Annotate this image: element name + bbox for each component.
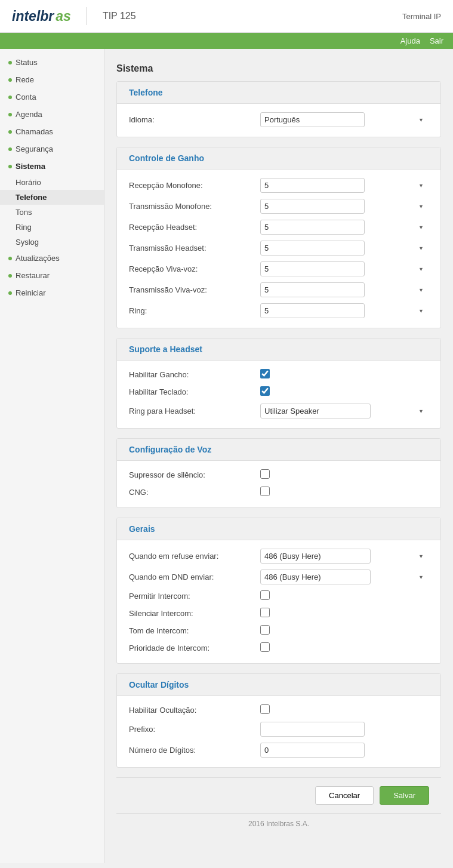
dot-icon (8, 130, 12, 134)
recepcao-vivavoz-row: Recepção Viva-voz: 5 (129, 261, 429, 276)
habilitar-ocultacao-row: Habilitar Ocultação: (129, 704, 429, 716)
controle-ganho-header: Controle de Ganho (117, 147, 440, 170)
sidebar-sub-syslog[interactable]: Syslog (0, 235, 104, 250)
logout-link[interactable]: Sair (430, 36, 443, 45)
prioridade-checkbox[interactable] (260, 642, 270, 652)
recepcao-vivavoz-label: Recepção Viva-voz: (129, 264, 260, 273)
suporte-headset-card: Suporte a Headset Habilitar Gancho: Habi… (116, 338, 441, 429)
supressor-checkbox[interactable] (260, 469, 270, 479)
ring-select[interactable]: 5 (260, 303, 365, 318)
idioma-select-wrapper: Português English Español (260, 112, 429, 127)
recepcao-headset-row: Recepção Headset: 5 (129, 220, 429, 235)
habilitar-ocultacao-label: Habilitar Ocultação: (129, 706, 260, 715)
dot-icon (8, 147, 12, 151)
telefone-card: Telefone Idioma: Português English Españ… (116, 81, 441, 137)
refuse-row: Quando em refuse enviar: 486 (Busy Here)… (129, 549, 429, 564)
terminal-label: Terminal IP (402, 12, 441, 21)
brand-logo: intelbras (12, 8, 71, 24)
numero-digitos-input[interactable] (260, 743, 365, 758)
sidebar-item-status[interactable]: Status (0, 54, 104, 71)
prefixo-control (260, 722, 429, 737)
sidebar-sub-tons[interactable]: Tons (0, 205, 104, 220)
habilitar-ocultacao-control (260, 704, 429, 716)
dot-icon (8, 61, 12, 64)
top-nav: Ajuda Sair (0, 33, 453, 49)
habilitar-gancho-control (260, 369, 429, 380)
save-button[interactable]: Salvar (380, 786, 429, 805)
recepcao-monofone-select[interactable]: 5 (260, 178, 365, 193)
habilitar-teclado-control (260, 386, 429, 398)
transmissao-vivavoz-wrapper: 5 (260, 282, 429, 297)
sidebar-item-atualizacoes[interactable]: Atualizações (0, 250, 104, 267)
controle-ganho-card: Controle de Ganho Recepção Monofone: 5 T… (116, 147, 441, 328)
ocultar-digitos-card: Ocultar Dígitos Habilitar Ocultação: Pre… (116, 673, 441, 768)
sidebar-item-agenda[interactable]: Agenda (0, 106, 104, 123)
gerais-card: Gerais Quando em refuse enviar: 486 (Bus… (116, 518, 441, 664)
ring-headset-select[interactable]: Utilizar Speaker Utilizar Headset (260, 404, 371, 418)
permitir-row: Permitir Intercom: (129, 590, 429, 602)
prefixo-row: Prefixo: (129, 722, 429, 737)
silenciar-checkbox[interactable] (260, 608, 270, 617)
config-voz-header: Configuração de Voz (117, 439, 440, 461)
logo-area: intelbras TIP 125 (12, 7, 136, 25)
idioma-label: Idioma: (129, 115, 260, 124)
transmissao-vivavoz-select[interactable]: 5 (260, 282, 365, 297)
prefixo-label: Prefixo: (129, 725, 260, 734)
logo-accent: as (56, 8, 71, 24)
sidebar-item-chamadas[interactable]: Chamadas (0, 123, 104, 140)
sidebar-item-reiniciar[interactable]: Reiniciar (0, 284, 104, 301)
dnd-select[interactable]: 486 (Busy Here) 603 (Decline) 480 (Tempo… (260, 570, 371, 584)
habilitar-ocultacao-checkbox[interactable] (260, 704, 270, 714)
cancel-button[interactable]: Cancelar (315, 786, 374, 805)
ring-headset-wrapper: Utilizar Speaker Utilizar Headset (260, 404, 429, 418)
tom-row: Tom de Intercom: (129, 625, 429, 636)
habilitar-teclado-checkbox[interactable] (260, 386, 270, 396)
sidebar-sub-ring[interactable]: Ring (0, 220, 104, 235)
permitir-control (260, 590, 429, 602)
sidebar-item-seguranca[interactable]: Segurança (0, 140, 104, 158)
sidebar-item-conta[interactable]: Conta (0, 88, 104, 106)
recepcao-vivavoz-select[interactable]: 5 (260, 261, 365, 276)
refuse-select[interactable]: 486 (Busy Here) 603 (Decline) 480 (Tempo… (260, 549, 371, 564)
transmissao-headset-select[interactable]: 5 (260, 241, 365, 256)
habilitar-gancho-checkbox[interactable] (260, 369, 270, 378)
transmissao-monofone-select[interactable]: 5 (260, 199, 365, 214)
permitir-checkbox[interactable] (260, 590, 270, 600)
silenciar-control (260, 608, 429, 619)
dnd-wrapper: 486 (Busy Here) 603 (Decline) 480 (Tempo… (260, 570, 429, 584)
help-link[interactable]: Ajuda (400, 36, 420, 45)
header: intelbras TIP 125 Terminal IP (0, 0, 453, 33)
numero-digitos-control (260, 743, 429, 758)
cng-checkbox[interactable] (260, 487, 270, 496)
dot-icon (8, 291, 12, 295)
tom-label: Tom de Intercom: (129, 626, 260, 635)
sidebar-sub-horario[interactable]: Horário (0, 175, 104, 190)
numero-digitos-label: Número de Dígitos: (129, 746, 260, 755)
sidebar-item-restaurar[interactable]: Restaurar (0, 267, 104, 284)
ring-headset-label: Ring para Headset: (129, 407, 260, 415)
silenciar-row: Silenciar Intercom: (129, 608, 429, 619)
habilitar-teclado-row: Habilitar Teclado: (129, 386, 429, 398)
recepcao-headset-select[interactable]: 5 (260, 220, 365, 235)
transmissao-headset-label: Transmissão Headset: (129, 244, 260, 253)
prioridade-row: Prioridade de Intercom: (129, 642, 429, 654)
dot-icon (8, 165, 12, 168)
transmissao-monofone-label: Transmissão Monofone: (129, 202, 260, 211)
sidebar-item-rede[interactable]: Rede (0, 71, 104, 88)
recepcao-headset-wrapper: 5 (260, 220, 429, 235)
transmissao-vivavoz-label: Transmissão Viva-voz: (129, 285, 260, 294)
ring-label: Ring: (129, 306, 260, 315)
dot-icon (8, 257, 12, 260)
transmissao-monofone-wrapper: 5 (260, 199, 429, 214)
dot-icon (8, 274, 12, 278)
logo-text: intelbr (12, 8, 54, 24)
tom-checkbox[interactable] (260, 625, 270, 635)
sidebar-sub-telefone[interactable]: Telefone (0, 190, 104, 205)
telefone-header: Telefone (117, 82, 440, 104)
sidebar-item-sistema[interactable]: Sistema (0, 158, 104, 175)
prefixo-input[interactable] (260, 722, 365, 737)
supressor-label: Supressor de silêncio: (129, 470, 260, 479)
idioma-select[interactable]: Português English Español (260, 112, 365, 127)
transmissao-headset-row: Transmissão Headset: 5 (129, 241, 429, 256)
ring-row: Ring: 5 (129, 303, 429, 318)
